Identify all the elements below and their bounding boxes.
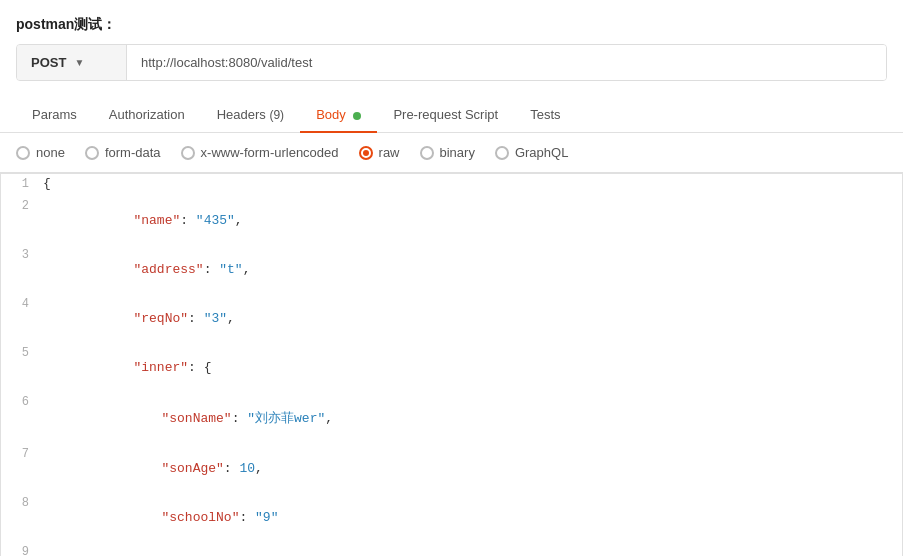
line-content-7: "sonAge": 10, (43, 444, 902, 493)
code-editor[interactable]: 1 { 2 "name": "435", 3 "address": "t", 4… (0, 173, 903, 556)
code-line-2: 2 "name": "435", (1, 196, 902, 245)
method-label: POST (31, 55, 66, 70)
line-number-2: 2 (1, 197, 43, 215)
line-content-9: } (43, 542, 902, 556)
line-number-7: 7 (1, 445, 43, 463)
body-dot (353, 112, 361, 120)
radio-binary[interactable]: binary (420, 145, 475, 160)
radio-circle-binary (420, 146, 434, 160)
radio-none[interactable]: none (16, 145, 65, 160)
url-input[interactable] (127, 45, 886, 80)
code-line-8: 8 "schoolNo": "9" (1, 493, 902, 542)
radio-graphql[interactable]: GraphQL (495, 145, 568, 160)
radio-raw[interactable]: raw (359, 145, 400, 160)
line-number-3: 3 (1, 246, 43, 264)
line-number-6: 6 (1, 393, 43, 411)
radio-circle-none (16, 146, 30, 160)
line-content-4: "reqNo": "3", (43, 294, 902, 343)
radio-circle-graphql (495, 146, 509, 160)
method-selector[interactable]: POST ▼ (17, 45, 127, 80)
code-line-5: 5 "inner": { (1, 343, 902, 392)
code-line-7: 7 "sonAge": 10, (1, 444, 902, 493)
headers-badge: (9) (269, 108, 284, 122)
line-content-1: { (43, 174, 902, 193)
tabs-bar: Params Authorization Headers (9) Body Pr… (0, 97, 903, 133)
line-number-1: 1 (1, 175, 43, 193)
code-line-6: 6 "sonName": "刘亦菲wer", (1, 392, 902, 444)
radio-circle-form-data (85, 146, 99, 160)
page-wrapper: postman测试： POST ▼ Params Authorization H… (0, 0, 903, 556)
page-title: postman测试： (0, 16, 903, 44)
radio-x-www-form-urlencoded[interactable]: x-www-form-urlencoded (181, 145, 339, 160)
tab-authorization[interactable]: Authorization (93, 97, 201, 132)
tab-params[interactable]: Params (16, 97, 93, 132)
line-number-9: 9 (1, 543, 43, 556)
radio-form-data[interactable]: form-data (85, 145, 161, 160)
body-type-bar: none form-data x-www-form-urlencoded raw… (0, 133, 903, 173)
tab-body[interactable]: Body (300, 97, 377, 132)
line-number-5: 5 (1, 344, 43, 362)
line-content-8: "schoolNo": "9" (43, 493, 902, 542)
radio-circle-raw (359, 146, 373, 160)
line-content-5: "inner": { (43, 343, 902, 392)
line-number-8: 8 (1, 494, 43, 512)
tab-headers[interactable]: Headers (9) (201, 97, 300, 132)
line-content-3: "address": "t", (43, 245, 902, 294)
line-content-2: "name": "435", (43, 196, 902, 245)
code-line-1: 1 { (1, 174, 902, 196)
code-line-9: 9 } (1, 542, 902, 556)
tab-tests[interactable]: Tests (514, 97, 576, 132)
url-bar: POST ▼ (16, 44, 887, 81)
code-line-4: 4 "reqNo": "3", (1, 294, 902, 343)
line-number-4: 4 (1, 295, 43, 313)
code-line-3: 3 "address": "t", (1, 245, 902, 294)
chevron-down-icon: ▼ (74, 57, 84, 68)
line-content-6: "sonName": "刘亦菲wer", (43, 392, 902, 444)
radio-circle-urlencoded (181, 146, 195, 160)
tab-pre-request-script[interactable]: Pre-request Script (377, 97, 514, 132)
